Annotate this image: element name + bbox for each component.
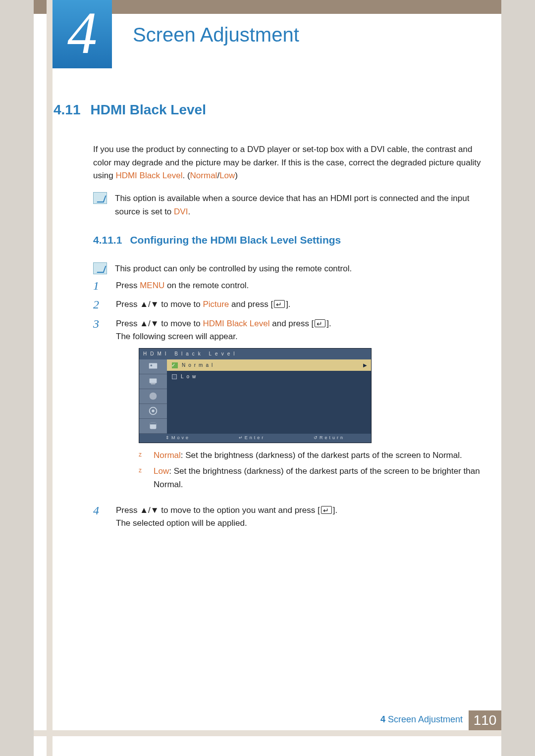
- content: 4.11 HDMI Black Level If you use the pro…: [54, 99, 484, 536]
- section-heading: 4.11 HDMI Black Level: [54, 99, 484, 120]
- step-1: 1 Press MENU on the remote control.: [93, 279, 484, 292]
- bullet-low: z Low: Set the brightness (darkness) of …: [139, 465, 484, 491]
- step-4: 4 Press ▲/▼ to move to the option you wa…: [93, 504, 484, 530]
- note-icon: [93, 262, 107, 274]
- step-number: 2: [93, 298, 106, 311]
- enter-icon: [274, 300, 285, 308]
- footer-label: 4 Screen Adjustment: [380, 710, 469, 730]
- osd-option-low: Low: [167, 371, 371, 383]
- step-number: 4: [93, 504, 106, 517]
- section-number: 4.11: [54, 99, 81, 120]
- step-body: Press MENU on the remote control.: [116, 279, 484, 292]
- radio-icon: [172, 374, 177, 379]
- bullet-normal: z Normal: Set the brightness (darkness) …: [139, 449, 484, 462]
- check-icon: ✓: [172, 362, 178, 368]
- step-number: 3: [93, 317, 106, 330]
- chapter-title: Screen Adjustment: [133, 24, 299, 46]
- triangle-right-icon: ▶: [363, 361, 367, 369]
- steps-list: 1 Press MENU on the remote control. 2 Pr…: [93, 279, 484, 530]
- step-body: Press ▲/▼ to move to Picture and press […: [116, 298, 484, 311]
- step-body: Press ▲/▼ to move to HDMI Black Level an…: [116, 317, 484, 498]
- svg-rect-7: [150, 423, 157, 425]
- svg-rect-2: [150, 379, 157, 383]
- page: 4 Screen Adjustment 4.11 HDMI Black Leve…: [34, 0, 501, 756]
- osd-sidebar: [139, 359, 167, 434]
- osd-footer-move: Move: [165, 435, 190, 442]
- step-body: Press ▲/▼ to move to the option you want…: [116, 504, 484, 530]
- osd-tab-system-icon: [139, 404, 167, 419]
- svg-point-1: [151, 365, 153, 367]
- osd-tab-picture-icon: [139, 359, 167, 374]
- osd-title: HDMI Black Level: [139, 349, 371, 359]
- note-icon: [93, 192, 107, 204]
- chapter-number: 4: [67, 3, 97, 63]
- subsection-heading: 4.11.1 Configuring the HDMI Black Level …: [93, 232, 484, 249]
- bottom-bar: [34, 730, 501, 736]
- osd-option-normal: ✓ Normal ▶: [167, 359, 371, 371]
- bullet-marker: z: [139, 465, 146, 491]
- svg-point-5: [152, 410, 155, 413]
- footer-page-number: 110: [469, 710, 501, 730]
- option-bullets: z Normal: Set the brightness (darkness) …: [139, 449, 484, 491]
- bullet-marker: z: [139, 449, 146, 462]
- osd-tab-support-icon: [139, 419, 167, 434]
- step-2: 2 Press ▲/▼ to move to Picture and press…: [93, 298, 484, 311]
- note-1-text: This option is available when a source d…: [115, 192, 484, 218]
- enter-icon: [321, 506, 332, 514]
- enter-icon: [315, 319, 325, 327]
- note-2: This product can only be controlled by u…: [93, 262, 484, 275]
- osd-tab-network-icon: [139, 389, 167, 404]
- subsection-title: Configuring the HDMI Black Level Setting…: [130, 232, 341, 249]
- section-title: HDMI Black Level: [91, 99, 206, 120]
- osd-body: ✓ Normal ▶ Low: [139, 359, 371, 434]
- note-1: This option is available when a source d…: [93, 192, 484, 218]
- step-number: 1: [93, 279, 106, 292]
- note-2-text: This product can only be controlled by u…: [115, 262, 352, 275]
- chapter-badge: 4: [53, 0, 112, 68]
- osd-main: ✓ Normal ▶ Low: [167, 359, 371, 434]
- osd-footer-enter: Enter: [239, 435, 266, 442]
- osd-tab-sound-icon: [139, 374, 167, 389]
- step-3: 3 Press ▲/▼ to move to HDMI Black Level …: [93, 317, 484, 498]
- subsection-number: 4.11.1: [93, 232, 122, 249]
- svg-rect-0: [149, 363, 158, 369]
- svg-point-3: [150, 393, 157, 400]
- page-footer: 4 Screen Adjustment 110: [380, 710, 501, 730]
- osd-footer: Move Enter Return: [139, 434, 371, 443]
- left-spine: [47, 0, 53, 756]
- osd-screenshot: HDMI Black Level ✓: [139, 348, 372, 443]
- intro-paragraph: If you use the product by connecting to …: [93, 143, 484, 182]
- osd-footer-return: Return: [314, 435, 345, 442]
